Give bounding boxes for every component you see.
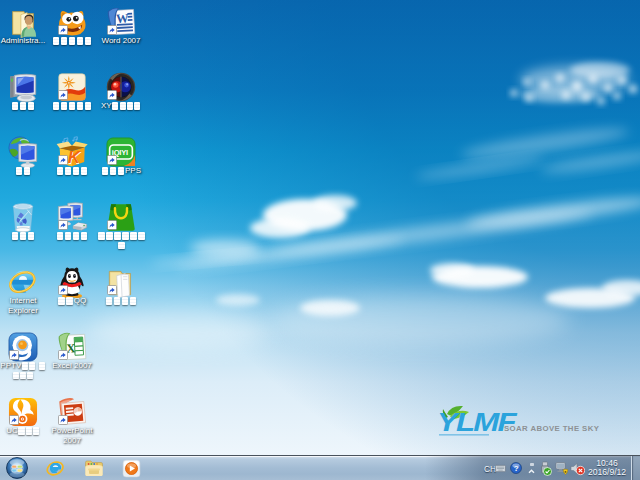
svg-text:SOAR ABOVE THE SKY: SOAR ABOVE THE SKY (504, 424, 600, 433)
svg-text:K: K (68, 148, 82, 167)
svg-text:?: ? (514, 464, 519, 473)
